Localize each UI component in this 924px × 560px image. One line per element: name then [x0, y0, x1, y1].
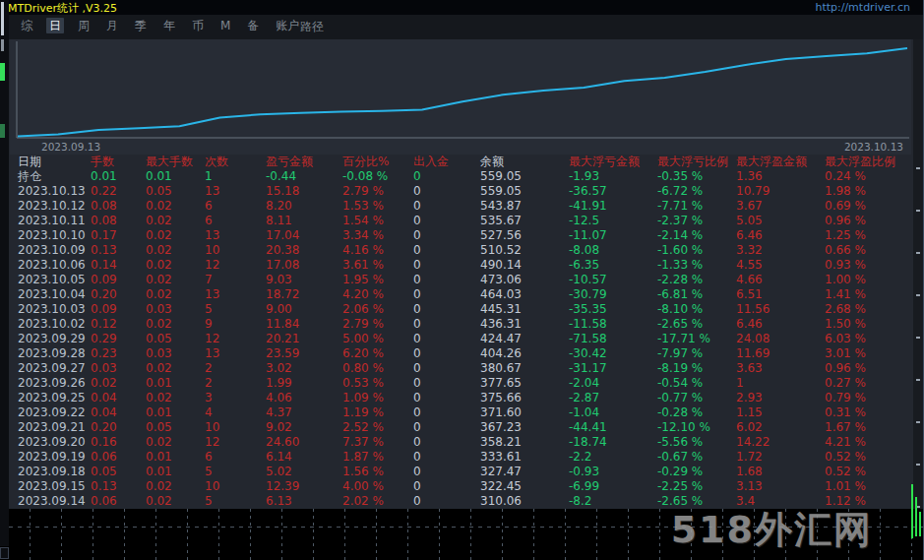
row-cell: 4.37 [266, 405, 342, 420]
row-cell: -11.58 [569, 317, 657, 332]
table-row-2023.10.10[interactable]: 2023.10.100.170.021317.043.34 %0527.56-1… [0, 228, 913, 243]
table-header-row: 日期手数最大手数次数盈亏金额百分比%出入金余额最大浮亏金额最大浮亏比例最大浮盈金… [0, 155, 913, 169]
row-cell: 559.05 [480, 169, 569, 184]
row-cell: 2023.09.14 [18, 494, 91, 509]
table-row-2023.09.28[interactable]: 2023.09.280.230.031323.596.20 %0404.26-3… [0, 346, 913, 361]
table-row-2023.09.20[interactable]: 2023.09.200.160.021224.607.37 %0358.21-1… [0, 435, 913, 450]
row-cell: -7.97 % [657, 346, 736, 361]
balance-chart-canvas [10, 39, 911, 142]
row-cell: 527.56 [480, 228, 569, 243]
row-cell: 2023.09.19 [18, 450, 91, 465]
row-cell: 0 [413, 346, 480, 361]
menu-item-备[interactable]: 备 [244, 18, 262, 33]
balance-chart: 2023.09.13 2023.10.13 [10, 39, 911, 155]
table-row-2023.09.22[interactable]: 2023.09.220.040.0144.371.19 %0371.60-1.0… [0, 405, 913, 420]
table-row-2023.10.12[interactable]: 2023.10.120.080.0268.201.53 %0543.87-41.… [0, 199, 913, 214]
left-strip-bracket-mark [1, 2, 4, 35]
menu-item-币[interactable]: 币 [189, 18, 207, 33]
table-row-2023.09.21[interactable]: 2023.09.210.200.05109.022.52 %0367.23-44… [0, 420, 913, 435]
row-cell: 2023.09.28 [18, 346, 91, 361]
row-cell: 5.02 [266, 465, 342, 479]
bottom-grid-vline [92, 509, 93, 560]
row-cell: 6.02 [736, 420, 825, 435]
menu-item-月[interactable]: 月 [103, 18, 121, 33]
table-row-2023.10.06[interactable]: 2023.10.060.140.021217.083.61 %0490.14-6… [0, 258, 913, 273]
statistics-table: 日期手数最大手数次数盈亏金额百分比%出入金余额最大浮亏金额最大浮亏比例最大浮盈金… [0, 155, 913, 538]
row-cell: 13 [205, 346, 266, 361]
row-cell: 15.18 [266, 184, 342, 199]
table-row-2023.09.29[interactable]: 2023.09.290.290.051220.215.00 %0424.47-7… [0, 332, 913, 346]
table-row-2023.10.09[interactable]: 2023.10.090.130.021020.384.16 %0510.52-8… [0, 243, 913, 258]
row-cell: 2023.09.15 [18, 479, 91, 494]
row-cell: 1.72 [736, 450, 825, 465]
table-row-2023.09.19[interactable]: 2023.09.190.060.0166.141.87 %0333.61-2.2… [0, 450, 913, 465]
table-row-2023.10.02[interactable]: 2023.10.020.120.02911.842.79 %0436.31-11… [0, 317, 913, 332]
menu-item-账户[interactable]: 账户 [273, 18, 302, 33]
row-cell: 2 [205, 361, 266, 376]
watermark: 518外汇网 [671, 505, 873, 555]
app-url-link[interactable]: http://mtdriver.cn [815, 1, 910, 14]
row-cell: 0 [413, 169, 480, 184]
row-cell: 2.06 % [342, 302, 413, 317]
table-row-2023.09.27[interactable]: 2023.09.270.030.0223.020.80 %0380.67-31.… [0, 361, 913, 376]
row-cell: 18.72 [266, 287, 342, 302]
bottom-grid-vline [439, 509, 440, 560]
row-cell: 0.79 % [825, 391, 911, 405]
header-cell: 最大手数 [146, 155, 205, 169]
open-position-row[interactable]: 持仓0.010.011-0.44-0.08 %0559.05-1.93-0.35… [0, 169, 913, 184]
row-cell: 9.00 [266, 302, 342, 317]
bottom-left-corner-box [0, 547, 9, 559]
row-cell: 0.02 [146, 361, 205, 376]
menu-item-年[interactable]: 年 [160, 18, 178, 33]
row-cell: 0 [413, 465, 480, 479]
table-row-2023.09.25[interactable]: 2023.09.250.040.0234.061.09 %0375.66-2.8… [0, 391, 913, 405]
table-row-2023.10.11[interactable]: 2023.10.110.080.0268.111.54 %0535.67-12.… [0, 214, 913, 228]
row-cell: 3.34 % [342, 228, 413, 243]
row-cell: 0.02 [146, 273, 205, 287]
right-strip-tick [916, 252, 920, 254]
row-cell: 535.67 [480, 214, 569, 228]
menu-item-日[interactable]: 日 [46, 18, 64, 33]
row-cell: 464.03 [480, 287, 569, 302]
menu-item-周[interactable]: 周 [75, 18, 92, 33]
table-row-2023.09.26[interactable]: 2023.09.260.020.0121.990.53 %0377.65-2.0… [0, 376, 913, 391]
bottom-grid-vline [407, 509, 408, 560]
table-row-2023.09.18[interactable]: 2023.09.180.050.0155.021.56 %0327.47-0.9… [0, 465, 913, 479]
bottom-grid-vline [376, 509, 377, 560]
table-row-2023.10.04[interactable]: 2023.10.040.200.021318.724.20 %0464.03-3… [0, 287, 913, 302]
row-cell: 0.08 [91, 199, 146, 214]
menu-item-M[interactable]: M [217, 18, 233, 33]
header-cell: 最大浮亏金额 [569, 155, 657, 169]
table-row-2023.10.13[interactable]: 2023.10.130.220.051315.182.79 %0559.05-3… [0, 184, 913, 199]
menu-item-季[interactable]: 季 [132, 18, 150, 33]
row-cell: 0.13 [91, 243, 146, 258]
table-row-2023.10.05[interactable]: 2023.10.050.090.0279.031.95 %0473.06-10.… [0, 273, 913, 287]
row-cell: -10.57 [569, 273, 657, 287]
right-edge-green-bar [919, 512, 921, 536]
row-cell: 0.01 [146, 465, 205, 479]
right-scrollbar[interactable] [913, 39, 924, 509]
row-cell: 424.47 [480, 332, 569, 346]
row-cell: 0.06 [91, 494, 146, 509]
row-cell: 5.05 [736, 214, 825, 228]
row-cell: 17.08 [266, 258, 342, 273]
left-strip-dim-green-mark [0, 124, 5, 138]
left-scrollbar[interactable] [0, 0, 9, 546]
table-row-2023.10.03[interactable]: 2023.10.030.090.0359.002.06 %0445.31-35.… [0, 302, 913, 317]
row-cell: 1.50 % [825, 317, 911, 332]
row-cell: 4.55 [736, 258, 825, 273]
menu-item-综[interactable]: 综 [18, 18, 35, 33]
row-cell: 0.01 [146, 405, 205, 420]
row-cell: 1.67 % [825, 420, 911, 435]
row-cell: 24.60 [266, 435, 342, 450]
bottom-grid-vline [344, 509, 345, 560]
header-cell: 最大浮亏比例 [657, 155, 736, 169]
row-cell: 0.16 [91, 435, 146, 450]
row-cell: 6.20 % [342, 346, 413, 361]
row-cell: 11.84 [266, 317, 342, 332]
table-row-2023.09.15[interactable]: 2023.09.150.130.021012.394.00 %0322.45-6… [0, 479, 913, 494]
row-cell: -6.81 % [657, 287, 736, 302]
row-cell: 1.01 % [825, 479, 911, 494]
row-cell: 377.65 [480, 376, 569, 391]
row-cell: 1.98 % [825, 184, 911, 199]
